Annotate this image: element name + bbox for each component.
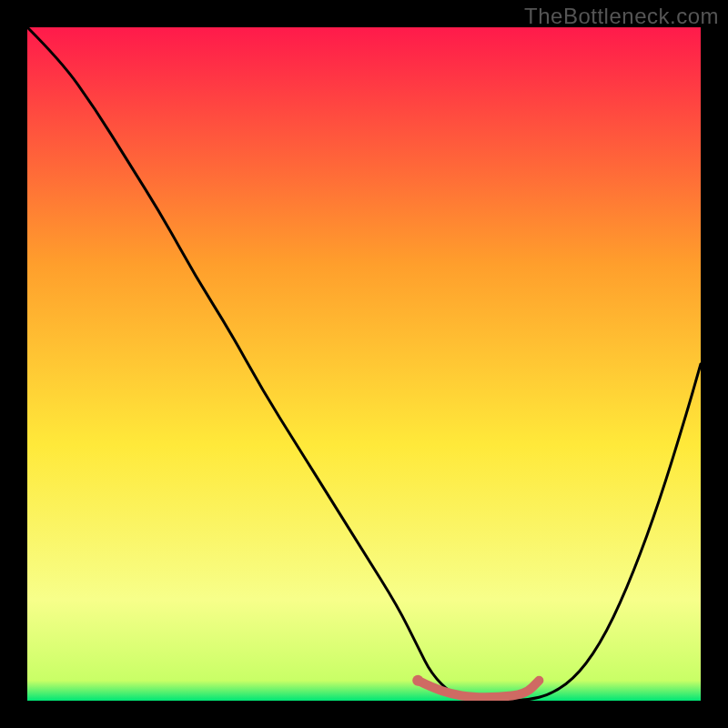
gradient-background bbox=[27, 27, 701, 701]
chart-stage: TheBottleneck.com bbox=[0, 0, 728, 728]
bottleneck-chart bbox=[27, 27, 701, 701]
optimal-range-start-dot bbox=[412, 675, 423, 686]
watermark-text: TheBottleneck.com bbox=[524, 4, 719, 29]
